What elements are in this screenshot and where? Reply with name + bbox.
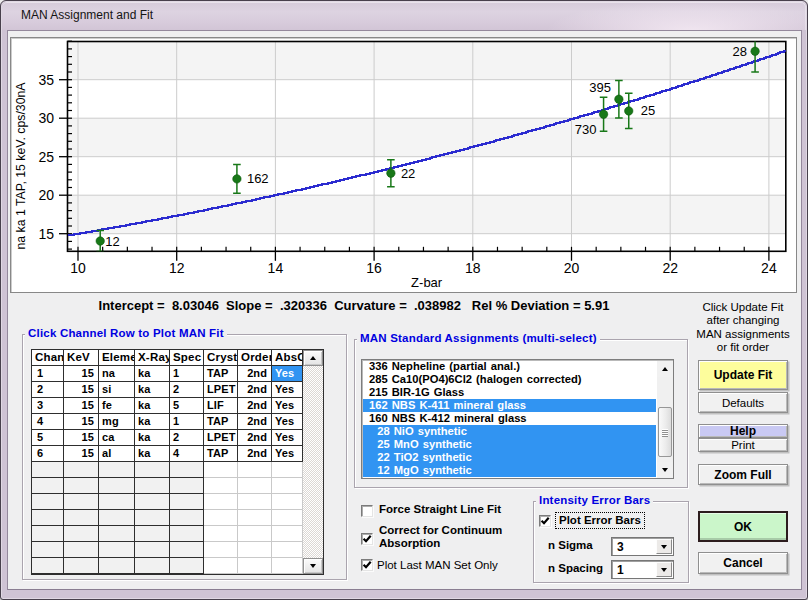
standard-item[interactable]: 285 Ca10(PO4)6Cl2 (halogen corrected) bbox=[363, 373, 656, 386]
grid-cell[interactable] bbox=[99, 494, 135, 510]
grid-cell[interactable] bbox=[32, 558, 64, 574]
grid-cell[interactable] bbox=[170, 558, 204, 574]
grid-cell[interactable]: 2nd bbox=[238, 398, 272, 414]
grid-cell[interactable] bbox=[135, 558, 170, 574]
force-straight-line-checkbox[interactable] bbox=[361, 505, 373, 517]
standard-item[interactable]: 162 NBS K-411 mineral glass bbox=[363, 399, 656, 412]
grid-cell[interactable]: 4 bbox=[170, 446, 204, 462]
grid-cell[interactable] bbox=[238, 494, 272, 510]
grid-cell[interactable]: na bbox=[99, 366, 135, 382]
grid-cell[interactable]: ka bbox=[135, 398, 170, 414]
grid-cell[interactable]: ka bbox=[135, 366, 170, 382]
grid-cell[interactable] bbox=[99, 526, 135, 542]
grid-cell[interactable] bbox=[238, 478, 272, 494]
grid-cell[interactable]: 4 bbox=[32, 414, 64, 430]
grid-cell[interactable] bbox=[170, 462, 204, 478]
grid-cell[interactable]: 5 bbox=[170, 398, 204, 414]
grid-cell[interactable]: ka bbox=[135, 430, 170, 446]
standard-item[interactable]: 336 Nepheline (partial anal.) bbox=[363, 360, 656, 373]
standard-item[interactable]: 12 MgO synthetic bbox=[363, 464, 656, 477]
grid-cell[interactable]: 2 bbox=[32, 382, 64, 398]
grid-cell[interactable]: TAP bbox=[204, 446, 238, 462]
grid-cell[interactable]: 5 bbox=[32, 430, 64, 446]
grid-cell[interactable]: 3 bbox=[32, 398, 64, 414]
grid-cell[interactable]: 15 bbox=[64, 430, 99, 446]
n-spacing-combo[interactable]: 1 bbox=[611, 560, 674, 579]
grid-cell[interactable] bbox=[204, 510, 238, 526]
grid-cell[interactable]: 1 bbox=[170, 414, 204, 430]
grid-cell[interactable] bbox=[32, 494, 64, 510]
scrollbar-thumb[interactable] bbox=[658, 407, 672, 457]
print-button[interactable]: Print bbox=[698, 438, 788, 452]
grid-cell[interactable] bbox=[204, 558, 238, 574]
grid-cell[interactable] bbox=[170, 478, 204, 494]
grid-cell[interactable] bbox=[32, 526, 64, 542]
plot-error-bars-checkbox[interactable] bbox=[539, 515, 551, 527]
grid-cell[interactable] bbox=[170, 526, 204, 542]
n-sigma-dropdown-button[interactable] bbox=[656, 539, 672, 554]
grid-cell[interactable] bbox=[64, 462, 99, 478]
grid-cell[interactable]: LPET bbox=[204, 430, 238, 446]
grid-cell[interactable]: 1 bbox=[170, 366, 204, 382]
grid-cell[interactable]: 2 bbox=[170, 382, 204, 398]
grid-cell[interactable] bbox=[32, 510, 64, 526]
grid-cell[interactable]: TAP bbox=[204, 366, 238, 382]
grid-cell[interactable] bbox=[238, 510, 272, 526]
grid-cell[interactable]: Yes bbox=[272, 446, 303, 462]
grid-cell[interactable]: LPET bbox=[204, 382, 238, 398]
grid-cell[interactable] bbox=[32, 542, 64, 558]
grid-cell[interactable]: 1 bbox=[32, 366, 64, 382]
scroll-up-button[interactable] bbox=[657, 361, 673, 377]
grid-cell[interactable] bbox=[272, 510, 303, 526]
grid-cell[interactable] bbox=[64, 558, 99, 574]
standard-item[interactable]: 28 NiO synthetic bbox=[363, 425, 656, 438]
grid-cell[interactable]: fe bbox=[99, 398, 135, 414]
grid-cell[interactable]: 2 bbox=[170, 430, 204, 446]
channel-grid-scrollbar[interactable] bbox=[303, 350, 323, 574]
grid-cell[interactable]: si bbox=[99, 382, 135, 398]
grid-cell[interactable] bbox=[204, 462, 238, 478]
grid-cell[interactable]: ka bbox=[135, 446, 170, 462]
channel-grid[interactable]: ChanKeVElemeX-RaySpecCrystOrderAbsCo115n… bbox=[31, 349, 324, 575]
grid-cell[interactable]: mg bbox=[99, 414, 135, 430]
grid-cell[interactable] bbox=[272, 542, 303, 558]
grid-cell[interactable] bbox=[272, 558, 303, 574]
grid-cell[interactable] bbox=[204, 478, 238, 494]
grid-cell[interactable] bbox=[99, 542, 135, 558]
standard-item[interactable]: 22 TiO2 synthetic bbox=[363, 451, 656, 464]
grid-cell[interactable] bbox=[238, 558, 272, 574]
grid-cell[interactable]: 2nd bbox=[238, 382, 272, 398]
grid-cell[interactable] bbox=[204, 542, 238, 558]
man-fit-chart[interactable]: 10121416182022241520253035Z-barna ka 1 T… bbox=[10, 37, 797, 293]
title-bar[interactable]: MAN Assignment and Fit bbox=[2, 2, 806, 30]
grid-cell[interactable]: LIF bbox=[204, 398, 238, 414]
grid-cell[interactable]: 15 bbox=[64, 398, 99, 414]
grid-cell[interactable] bbox=[99, 558, 135, 574]
grid-cell[interactable] bbox=[99, 462, 135, 478]
cancel-button[interactable]: Cancel bbox=[698, 552, 788, 574]
grid-cell[interactable] bbox=[135, 510, 170, 526]
grid-cell[interactable]: ka bbox=[135, 382, 170, 398]
grid-cell[interactable] bbox=[64, 478, 99, 494]
grid-cell[interactable] bbox=[272, 526, 303, 542]
help-button[interactable]: Help bbox=[698, 424, 788, 438]
grid-cell[interactable]: 2nd bbox=[238, 414, 272, 430]
grid-cell[interactable]: Yes bbox=[272, 382, 303, 398]
n-spacing-dropdown-button[interactable] bbox=[656, 562, 672, 577]
grid-cell[interactable] bbox=[170, 494, 204, 510]
grid-cell[interactable] bbox=[238, 462, 272, 478]
grid-cell[interactable]: ca bbox=[99, 430, 135, 446]
grid-cell[interactable] bbox=[272, 462, 303, 478]
grid-cell[interactable] bbox=[238, 526, 272, 542]
scrollbar-track[interactable] bbox=[303, 366, 323, 558]
grid-cell[interactable] bbox=[272, 478, 303, 494]
standard-item[interactable]: 160 NBS K-412 mineral glass bbox=[363, 412, 656, 425]
grid-cell[interactable]: 15 bbox=[64, 382, 99, 398]
grid-cell[interactable] bbox=[272, 494, 303, 510]
grid-cell[interactable] bbox=[64, 542, 99, 558]
grid-cell[interactable] bbox=[238, 542, 272, 558]
scroll-up-button[interactable] bbox=[303, 350, 323, 366]
grid-cell[interactable] bbox=[204, 494, 238, 510]
standard-item[interactable]: 25 MnO synthetic bbox=[363, 438, 656, 451]
defaults-button[interactable]: Defaults bbox=[698, 392, 788, 413]
